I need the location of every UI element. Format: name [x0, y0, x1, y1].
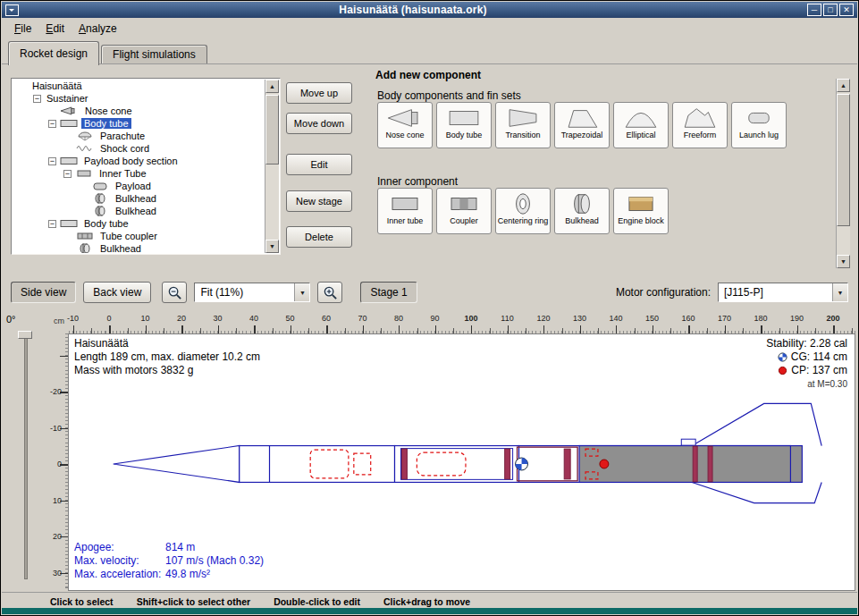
- tree-action-buttons: Move up Move down Edit New stage Delete: [286, 64, 354, 274]
- tree-collapse-icon[interactable]: −: [48, 157, 56, 165]
- move-up-button[interactable]: Move up: [286, 82, 352, 104]
- rocket-diagram-area: 0° cm -100102030405060708090100110120130…: [2, 311, 857, 592]
- titlebar[interactable]: Haisunäätä (haisunaata.ork) ─ □ ✕: [2, 2, 857, 18]
- add-component-title: Add new component: [375, 69, 850, 81]
- tree-item-shock-cord[interactable]: Shock cord: [13, 142, 265, 155]
- status-hint: Click+drag to move: [383, 596, 470, 607]
- minimize-button[interactable]: ─: [807, 4, 821, 16]
- tree-item-bulkhead[interactable]: Bulkhead: [13, 205, 265, 217]
- add-coupler-button[interactable]: Coupler: [436, 188, 492, 234]
- tree-scrollbar-thumb[interactable]: [265, 95, 279, 165]
- delete-button[interactable]: Delete: [286, 226, 352, 248]
- add-centering-ring-button[interactable]: Centering ring: [495, 188, 551, 234]
- rotation-slider[interactable]: [20, 331, 30, 579]
- tab-rocket-design[interactable]: Rocket design: [8, 41, 99, 65]
- tree-item-nose-cone[interactable]: Nose cone: [13, 105, 265, 117]
- tree-item-parachute[interactable]: Parachute: [13, 130, 265, 142]
- cp-marker: [600, 460, 609, 468]
- add-body-tube-button[interactable]: Body tube: [436, 102, 492, 148]
- app-window: Haisunäätä (haisunaata.ork) ─ □ ✕ FileEd…: [0, 0, 859, 616]
- tree-collapse-icon[interactable]: −: [48, 120, 56, 128]
- zoom-select-value: Fit (11%): [195, 283, 294, 301]
- menubar: FileEditAnalyze: [2, 18, 857, 39]
- tree-item-bulkhead[interactable]: Bulkhead: [13, 242, 265, 253]
- scroll-down-arrow-icon[interactable]: ▼: [837, 255, 850, 268]
- move-down-button[interactable]: Move down: [286, 113, 352, 134]
- component-button-label: Inner tube: [387, 217, 424, 225]
- add-inner-tube-button[interactable]: Inner tube: [377, 188, 433, 234]
- add-bulkhead-button[interactable]: Bulkhead: [554, 188, 610, 234]
- tree-item-label: Payload body section: [81, 156, 181, 166]
- h-ruler-tick-label: 20: [177, 314, 186, 323]
- tree-item-label: Bulkhead: [113, 206, 159, 216]
- inner-component-buttons: Inner tubeCouplerCentering ringBulkheadE…: [377, 188, 669, 234]
- stability-block: Stability: 2.28 cal CG: 114 cm CP: 137 c…: [766, 337, 847, 391]
- motor-configuration-label: Motor configuration:: [616, 286, 711, 299]
- add-component-panel: Add new component Body components and fi…: [361, 66, 850, 272]
- close-button[interactable]: ✕: [839, 4, 854, 16]
- tree-item-tube-coupler[interactable]: Tube coupler: [13, 230, 265, 242]
- tree-item-inner-tube[interactable]: −Inner Tube: [13, 167, 265, 180]
- body-component-buttons: Nose coneBody tubeTransitionTrapezoidalE…: [377, 102, 787, 148]
- chevron-down-icon[interactable]: ▼: [832, 283, 847, 301]
- add-transition-button[interactable]: Transition: [495, 102, 551, 148]
- scroll-down-arrow-icon[interactable]: ▼: [265, 240, 279, 253]
- zoom-select[interactable]: Fit (11%) ▼: [194, 283, 310, 302]
- tree-item-payload[interactable]: Payload: [13, 180, 265, 192]
- scroll-up-arrow-icon[interactable]: ▲: [837, 79, 850, 92]
- add-nose-cone-button[interactable]: Nose cone: [377, 102, 433, 148]
- v-ruler-tick-label: -10: [50, 424, 62, 433]
- back-view-button[interactable]: Back view: [83, 282, 151, 303]
- tree-item-sustainer[interactable]: −Sustainer: [13, 92, 265, 105]
- motor-configuration-select[interactable]: [J115-P] ▼: [718, 283, 848, 302]
- tree-collapse-icon[interactable]: −: [63, 170, 72, 178]
- maximize-button[interactable]: □: [823, 4, 838, 16]
- ruler-unit-label: cm: [54, 316, 64, 325]
- v-ruler-tick-label: 0: [57, 460, 62, 468]
- tree-collapse-icon[interactable]: −: [48, 220, 56, 228]
- centering-ring-shape: [693, 446, 697, 482]
- body-tube-1-shape: [240, 446, 395, 483]
- magnifier-plus-icon: [323, 285, 338, 300]
- edit-button[interactable]: Edit: [286, 154, 352, 175]
- add-panel-scrollbar-thumb[interactable]: [837, 94, 850, 226]
- v-ruler-tick-label: 20: [53, 532, 62, 541]
- scroll-up-arrow-icon[interactable]: ▲: [265, 80, 279, 93]
- zoom-out-button[interactable]: [162, 282, 187, 303]
- apogee-value: 814 m: [165, 541, 195, 554]
- add-engine-block-button[interactable]: Engine block: [613, 188, 669, 234]
- tree-scrollbar[interactable]: ▲ ▼: [265, 80, 279, 253]
- stage-1-toggle[interactable]: Stage 1: [360, 282, 417, 303]
- tree-item-haisun-t-[interactable]: Haisunäätä: [13, 80, 265, 92]
- add-launch-lug-button[interactable]: Launch lug: [731, 102, 787, 148]
- add-elliptical-button[interactable]: Elliptical: [613, 102, 669, 148]
- tree-item-bulkhead[interactable]: Bulkhead: [13, 192, 265, 205]
- rocket-canvas[interactable]: Haisunäätä Length 189 cm, max. diameter …: [68, 333, 855, 591]
- window-title: Haisunäätä (haisunaata.ork): [19, 4, 807, 16]
- bulkhead-shape: [401, 449, 407, 479]
- rotation-slider-handle[interactable]: [18, 331, 32, 339]
- cg-marker: [516, 458, 528, 470]
- window-menu-icon[interactable]: [5, 4, 19, 16]
- menu-file[interactable]: File: [7, 20, 38, 38]
- tab-flight-simulations[interactable]: Flight simulations: [101, 45, 207, 64]
- tree-item-payload-body-section[interactable]: −Payload body section: [13, 155, 265, 167]
- component-button-label: Transition: [505, 131, 540, 139]
- tree-item-body-tube[interactable]: −Body tube: [13, 217, 265, 230]
- add-freeform-button[interactable]: Freeform: [672, 102, 728, 148]
- transition-icon: [503, 105, 543, 131]
- menu-analyze[interactable]: Analyze: [72, 20, 124, 38]
- tree-item-body-tube[interactable]: −Body tube: [13, 117, 265, 130]
- menu-edit[interactable]: Edit: [38, 20, 72, 38]
- tree-collapse-icon[interactable]: −: [33, 95, 41, 103]
- new-stage-button[interactable]: New stage: [286, 190, 352, 212]
- payload-icon: [90, 181, 110, 191]
- tree-item-label: Body tube: [81, 118, 131, 129]
- chevron-down-icon[interactable]: ▼: [294, 283, 309, 301]
- side-view-button[interactable]: Side view: [11, 282, 76, 303]
- add-panel-scrollbar[interactable]: ▲ ▼: [836, 79, 850, 268]
- zoom-in-button[interactable]: [317, 282, 342, 303]
- component-button-label: Freeform: [684, 131, 717, 139]
- h-ruler-tick-label: 190: [790, 314, 804, 323]
- add-trapezoidal-button[interactable]: Trapezoidal: [554, 102, 610, 148]
